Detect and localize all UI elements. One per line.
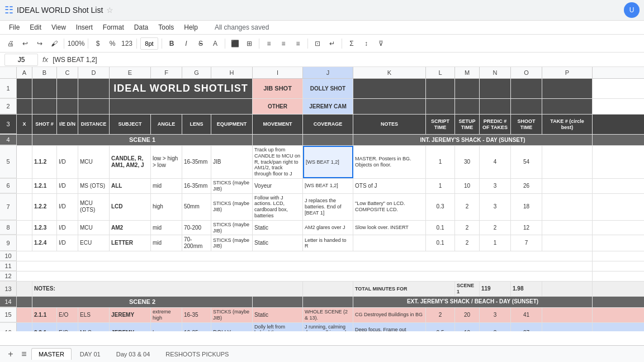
menu-edit[interactable]: Edit — [25, 22, 46, 33]
cell-9g[interactable]: 70-200mm — [182, 235, 211, 251]
cell-7p[interactable] — [542, 194, 593, 220]
cell-15d[interactable]: ELS — [78, 308, 110, 322]
cell-6m[interactable]: 10 — [455, 179, 480, 193]
tab-master[interactable]: MASTER — [31, 348, 72, 360]
row-8[interactable]: 8 1.2.3 I/D MCU AM2 mid 70-200 STICKS (m… — [0, 221, 644, 236]
cell-5d[interactable]: MCU — [78, 146, 110, 178]
cell-9e[interactable]: LETTER — [110, 235, 151, 251]
col-d-header[interactable]: D — [78, 67, 110, 78]
strikethrough-btn[interactable]: S — [195, 37, 207, 50]
cell-15a[interactable] — [17, 308, 32, 322]
undo-btn[interactable]: ↩ — [19, 37, 31, 50]
cell-16b[interactable]: 2.2.1 — [32, 323, 57, 331]
cell-n2[interactable] — [480, 99, 511, 114]
col-dist-label[interactable]: DISTANCE — [78, 115, 110, 134]
cell-7l[interactable]: 0.3 — [426, 194, 455, 220]
sheet-container[interactable]: A B C D E F G H I J K L M N O P 1 IDEAL … — [0, 67, 644, 331]
cell-8o[interactable]: 12 — [511, 221, 542, 235]
tab-day03-04[interactable]: Day 03 & 04 — [109, 348, 158, 360]
borders-btn[interactable]: ⊞ — [243, 37, 255, 50]
cell-8k[interactable]: Slow look over. INSERT — [353, 221, 426, 235]
merge-btn[interactable]: ⊡ — [311, 37, 324, 50]
cell-6n[interactable]: 3 — [480, 179, 511, 193]
scene1-label[interactable]: SCENE 1 — [32, 135, 253, 145]
col-c-header[interactable]: C — [57, 67, 78, 78]
cell-9i[interactable]: Static — [253, 235, 303, 251]
cell-6b[interactable]: 1.2.1 — [32, 179, 57, 193]
cell-10-empty[interactable] — [17, 251, 593, 261]
jib-shot-cell[interactable]: JIB SHOT — [253, 79, 303, 98]
cell-6p[interactable] — [542, 179, 593, 193]
bold-btn[interactable]: B — [165, 37, 178, 50]
redo-btn[interactable]: ↪ — [34, 37, 46, 50]
cell-9j[interactable]: Letter is handed to R — [303, 235, 353, 251]
cell-16c[interactable]: E/O — [57, 323, 78, 331]
font-size-input[interactable] — [140, 37, 158, 50]
cell-k1[interactable] — [353, 79, 426, 98]
col-b-header[interactable]: B — [32, 67, 57, 78]
tab-day01[interactable]: DAY 01 — [73, 348, 108, 360]
zoom-btn[interactable]: 100% — [68, 37, 84, 50]
cell-5e[interactable]: CANDLE, R, AM1, AM2, J — [110, 146, 151, 178]
col-movement-label[interactable]: MOVEMENT — [253, 115, 303, 134]
cell-15b[interactable]: 2.1.1 — [32, 308, 57, 322]
col-a-header[interactable]: A — [17, 67, 32, 78]
scene2-i[interactable] — [253, 297, 303, 307]
cell-15c[interactable]: E/O — [57, 308, 78, 322]
cell-8h[interactable]: STICKS (maybe JIB) — [211, 221, 253, 235]
cell-7d[interactable]: MCU (OTS) — [78, 194, 110, 220]
cell-13j[interactable] — [303, 282, 353, 296]
cell-8e[interactable]: AM2 — [110, 221, 151, 235]
col-predic-label[interactable]: PREDIC # OF TAKES — [480, 115, 511, 134]
cell-13a[interactable] — [17, 282, 32, 296]
cell-7j[interactable]: J replaces the batteries. End of [BEAT 1… — [303, 194, 353, 220]
cell-5b[interactable]: 1.1.2 — [32, 146, 57, 178]
cell-15g[interactable]: 16-35 — [182, 308, 211, 322]
cell-5n[interactable]: 4 — [480, 146, 511, 178]
row-6[interactable]: 6 1.2.1 I/D MS (OTS) ALL mid 16-35mm STI… — [0, 179, 644, 194]
cell-6c[interactable]: I/D — [57, 179, 78, 193]
col-m-header[interactable]: M — [455, 67, 480, 78]
col-h-header[interactable]: H — [211, 67, 253, 78]
cell-m2[interactable] — [455, 99, 480, 114]
cell-8f[interactable]: mid — [151, 221, 182, 235]
scene2-cell-a[interactable] — [17, 297, 32, 307]
notes-label[interactable]: NOTES: — [32, 282, 303, 296]
cell-l2[interactable] — [426, 99, 455, 114]
cell-15f[interactable]: extreme high — [151, 308, 182, 322]
cell-5c[interactable]: I/D — [57, 146, 78, 178]
col-subject-label[interactable]: SUBJECT — [110, 115, 151, 134]
col-coverage-label[interactable]: COVERAGE — [303, 115, 353, 134]
cell-n1[interactable] — [480, 79, 511, 98]
row-16[interactable]: 16 2.2.1 E/O MLS JEREMY low 16-35 DOLLY … — [0, 323, 644, 331]
filter-btn[interactable]: ⊽ — [375, 37, 387, 50]
cell-16e[interactable]: JEREMY — [110, 323, 151, 331]
cell-15m[interactable]: 20 — [455, 308, 480, 322]
cell-6g[interactable]: 16-35mm — [182, 179, 211, 193]
cell-5a[interactable] — [17, 146, 32, 178]
cell-5m[interactable]: 30 — [455, 146, 480, 178]
cell-16p[interactable] — [542, 323, 593, 331]
menu-help[interactable]: Help — [179, 22, 202, 33]
col-e-header[interactable]: E — [110, 67, 151, 78]
col-lens-label[interactable]: LENS — [182, 115, 211, 134]
fill-color-btn[interactable]: ⬛ — [229, 37, 241, 50]
total-val2[interactable]: 1.98 — [511, 282, 542, 296]
total-scene[interactable]: SCENE 1 — [455, 282, 480, 296]
cell-8l[interactable]: 0.1 — [426, 221, 455, 235]
cell-o1[interactable] — [511, 79, 542, 98]
col-o-header[interactable]: O — [511, 67, 542, 78]
menu-view[interactable]: View — [47, 22, 70, 33]
menu-format[interactable]: Format — [98, 22, 129, 33]
cell-15e[interactable]: JEREMY — [110, 308, 151, 322]
col-l-header[interactable]: L — [426, 67, 455, 78]
cell-16k[interactable]: Deep focus. Frame out Destroyed Building… — [353, 323, 426, 331]
cell-15h[interactable]: STICKS (maybe JIB) — [211, 308, 253, 322]
tab-list-btn[interactable]: ≡ — [18, 348, 30, 360]
cell-8p[interactable] — [542, 221, 593, 235]
col-take-label[interactable]: TAKE # (circle best) — [542, 115, 593, 134]
cell-d2[interactable] — [78, 99, 110, 114]
cell-9a[interactable] — [17, 235, 32, 251]
title-cell[interactable]: IDEAL WORLD SHOTLIST — [110, 79, 253, 98]
cell-8b[interactable]: 1.2.3 — [32, 221, 57, 235]
